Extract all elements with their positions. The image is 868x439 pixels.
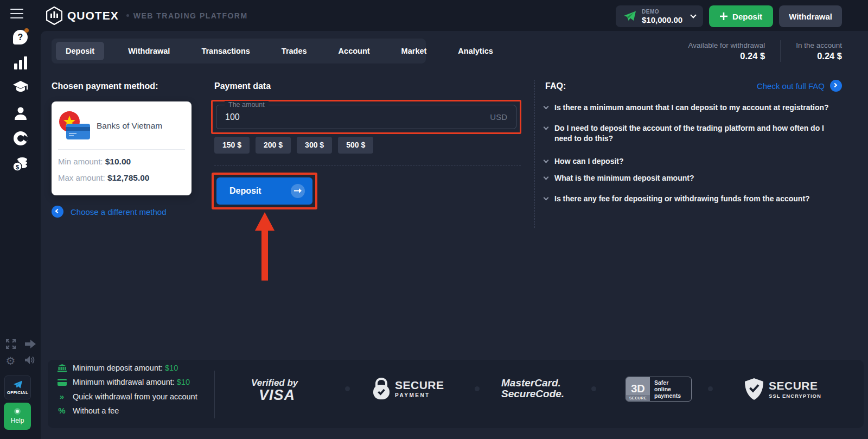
faq-question-2[interactable]: Do I need to deposit the account of the … <box>544 123 843 144</box>
account-type-label: DEMO <box>642 9 682 15</box>
plus-icon <box>720 12 727 20</box>
tab-withdrawal[interactable]: Withdrawal <box>120 42 177 60</box>
finance-coins-icon[interactable]: $ <box>0 156 41 171</box>
vietnam-bank-icon <box>59 111 90 139</box>
header-deposit-label: Deposit <box>732 12 762 21</box>
badge-separator-dot <box>345 386 350 391</box>
footer-band: Minimum deposit amount: $10 Minimum with… <box>48 360 864 428</box>
min-amount-label: Min amount: <box>58 157 105 166</box>
trading-chart-icon[interactable] <box>0 56 41 69</box>
faq-question-3[interactable]: How can I deposit? <box>544 156 843 167</box>
annotation-arrow-up <box>255 212 275 281</box>
feature-value: $10 <box>165 364 178 372</box>
balances-divider <box>780 40 781 62</box>
tab-transactions[interactable]: Transactions <box>194 42 257 60</box>
account-balance: $10,000.00 <box>642 15 682 24</box>
section-tabbar: Deposit Withdrawal Transactions Trades A… <box>52 39 426 63</box>
payment-data-heading: Payment data <box>214 81 271 91</box>
tab-market[interactable]: Market <box>394 42 435 60</box>
amount-input[interactable] <box>225 109 431 126</box>
quotex-logo[interactable]: QUOTEX <box>46 7 119 25</box>
education-icon[interactable] <box>0 81 41 94</box>
secure-payment-badge: SECURE PAYMENT <box>373 378 444 399</box>
support-chat-icon[interactable]: ? <box>0 30 41 44</box>
deposit-submit-label: Deposit <box>229 186 261 196</box>
help-status-dot <box>14 408 21 415</box>
telegram-plane-icon <box>13 380 23 389</box>
left-sidebar: ? $ ⚙ <box>0 0 41 439</box>
max-amount-label: Max amount: <box>58 173 107 182</box>
double-chevron-icon: » <box>57 392 67 401</box>
quick-amounts: 150 $ 200 $ 300 $ 500 $ <box>214 137 373 154</box>
chevron-down-icon <box>544 175 549 180</box>
faq-question-1[interactable]: Is there a minimum amount that I can dep… <box>544 103 843 113</box>
tab-trades[interactable]: Trades <box>274 42 315 60</box>
header-withdrawal-button[interactable]: Withdrawal <box>779 5 842 27</box>
official-label: OFFICIAL <box>7 390 28 395</box>
feature-text: Minimum deposit amount: <box>73 364 165 372</box>
account-icon[interactable] <box>0 106 41 120</box>
ssl-encryption-badge: SECURE SSL ENCRYPTION <box>745 378 821 400</box>
available-withdrawal-label: Available for withdrawal <box>688 41 765 49</box>
quick-amount-500[interactable]: 500 $ <box>338 137 373 154</box>
feature-no-fee: % Without a fee <box>57 406 119 415</box>
verified-by-visa-badge: Verified by VISA <box>251 378 298 404</box>
analytics-donut-icon[interactable] <box>0 131 41 145</box>
faq-question-5[interactable]: Is there any fee for depositing or withd… <box>544 194 843 204</box>
footer-divider <box>214 371 215 418</box>
bank-icon <box>57 364 67 372</box>
card-divider <box>58 149 185 150</box>
feature-quick-withdrawal: » Quick withdrawal from your account <box>57 392 197 401</box>
payment-method-card[interactable]: Banks of Vietnam Min amount: $10.00 Max … <box>52 101 192 195</box>
full-faq-link[interactable]: Check out full FAQ <box>757 80 842 92</box>
horizontal-dashed-divider <box>214 166 521 166</box>
quotex-app: ? $ ⚙ <box>0 0 868 439</box>
help-label: Help <box>11 417 24 424</box>
faq-question-4[interactable]: What is the minimum deposit amount? <box>544 173 843 183</box>
full-faq-label: Check out full FAQ <box>757 81 825 91</box>
shield-check-icon <box>745 378 763 400</box>
quick-amount-150[interactable]: 150 $ <box>214 137 250 154</box>
payment-method-heading: Chosen payment method: <box>52 81 158 91</box>
arrow-forward-icon[interactable] <box>10 339 50 349</box>
feature-value: $10 <box>177 378 190 386</box>
three-d-secure-badge: 3D SECURE Safer online payments <box>626 377 692 402</box>
tab-analytics[interactable]: Analytics <box>450 42 500 60</box>
amount-highlight-box: The amount USD <box>211 100 521 134</box>
account-switcher[interactable]: DEMO $10,000.00 <box>616 5 703 27</box>
badge-separator-dot <box>475 386 480 391</box>
vertical-dashed-divider <box>534 80 535 228</box>
quick-amount-300[interactable]: 300 $ <box>297 137 332 154</box>
header-withdrawal-label: Withdrawal <box>789 12 832 21</box>
tab-account[interactable]: Account <box>331 42 378 60</box>
quotex-logo-icon <box>46 7 62 25</box>
header-deposit-button[interactable]: Deposit <box>709 5 773 27</box>
chevron-down-icon <box>690 12 696 18</box>
help-button[interactable]: Help <box>4 403 31 430</box>
quick-amount-200[interactable]: 200 $ <box>256 137 291 154</box>
available-withdrawal-value: 0.24 $ <box>688 51 765 61</box>
chevron-right-circle-icon <box>830 80 842 92</box>
badge-separator-dot <box>591 386 596 391</box>
feature-min-deposit: Minimum deposit amount: $10 <box>57 364 178 372</box>
sound-icon[interactable] <box>10 355 50 365</box>
credit-card-icon <box>66 124 90 139</box>
separator-dot <box>126 14 129 17</box>
chevron-left-circle-icon <box>52 206 63 218</box>
deposit-highlight-box: Deposit <box>212 173 317 209</box>
feature-text: Minimum withdrawal amount: <box>73 378 177 386</box>
chevron-down-icon <box>544 125 549 130</box>
deposit-submit-button[interactable]: Deposit <box>216 177 312 205</box>
choose-different-method-label: Choose a different method <box>71 207 167 217</box>
choose-different-method-link[interactable]: Choose a different method <box>52 206 167 218</box>
tab-deposit[interactable]: Deposit <box>56 42 104 60</box>
amount-field: The amount USD <box>216 105 516 129</box>
in-account-label: In the account <box>796 41 842 49</box>
menu-icon[interactable] <box>10 9 23 18</box>
balances-summary: Available for withdrawal 0.24 $ In the a… <box>688 40 842 62</box>
max-amount-value: $12,785.00 <box>107 173 150 182</box>
min-amount-value: $10.00 <box>105 157 131 166</box>
official-telegram-badge[interactable]: OFFICIAL <box>4 376 31 399</box>
feature-min-withdrawal: Minimum withdrawal amount: $10 <box>57 378 190 386</box>
chevron-down-icon <box>544 104 549 110</box>
